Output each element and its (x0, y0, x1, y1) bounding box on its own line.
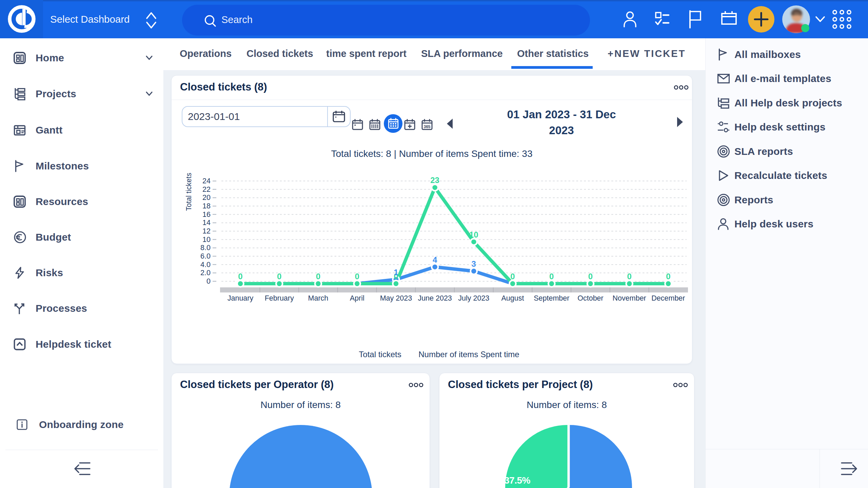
svg-text:0: 0 (316, 272, 320, 281)
svg-text:November: November (613, 294, 646, 302)
svg-text:February: February (265, 294, 294, 302)
svg-text:0: 0 (510, 272, 515, 281)
svg-text:August: August (501, 294, 524, 302)
svg-text:8.0: 8.0 (200, 244, 211, 252)
svg-text:July 2023: July 2023 (458, 294, 489, 302)
svg-text:22: 22 (202, 185, 211, 194)
svg-text:Number of items Spent time: Number of items Spent time (418, 350, 519, 359)
svg-text:0: 0 (627, 272, 632, 281)
svg-text:0: 0 (666, 272, 670, 281)
svg-text:0: 0 (355, 272, 359, 281)
svg-text:12: 12 (202, 227, 211, 235)
svg-text:0: 0 (206, 277, 211, 285)
svg-text:1: 1 (394, 268, 398, 277)
svg-text:September: September (534, 294, 569, 302)
svg-text:10: 10 (469, 230, 478, 239)
svg-text:Total tickets: Total tickets (185, 173, 193, 211)
svg-text:10: 10 (202, 236, 211, 244)
svg-text:23: 23 (430, 176, 439, 185)
svg-text:20: 20 (202, 194, 211, 202)
svg-text:October: October (577, 294, 603, 302)
svg-text:6.0: 6.0 (200, 252, 211, 260)
svg-text:0: 0 (549, 272, 554, 281)
svg-text:3: 3 (472, 259, 476, 268)
svg-text:18: 18 (202, 202, 211, 210)
svg-text:0: 0 (588, 272, 593, 281)
svg-text:4.0: 4.0 (200, 261, 211, 269)
svg-text:May 2023: May 2023 (380, 294, 412, 302)
svg-text:0: 0 (238, 272, 242, 281)
svg-text:March: March (308, 294, 329, 302)
svg-text:4: 4 (433, 255, 437, 264)
svg-text:April: April (350, 294, 364, 302)
svg-text:16: 16 (202, 210, 211, 219)
svg-text:2.0: 2.0 (200, 269, 211, 277)
svg-text:June 2023: June 2023 (418, 294, 452, 302)
svg-text:14: 14 (202, 219, 211, 227)
svg-text:Total tickets: Total tickets (359, 350, 401, 359)
svg-text:January: January (228, 294, 254, 302)
svg-text:0: 0 (277, 272, 281, 281)
svg-text:365: 365 (423, 124, 430, 129)
svg-text:24: 24 (202, 177, 211, 185)
svg-text:December: December (651, 294, 685, 302)
